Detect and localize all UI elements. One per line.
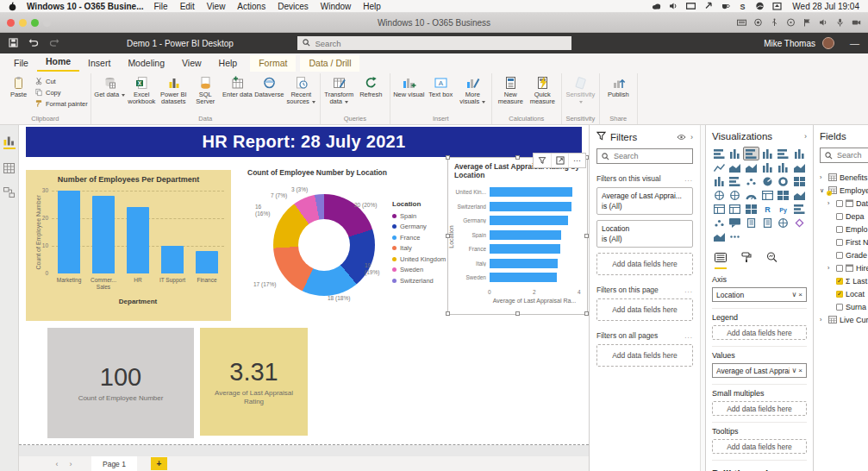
dataverse-button[interactable]: Dataverse (253, 73, 285, 114)
field-item-employees[interactable]: ∨✓Employees (820, 184, 868, 197)
close-window-button[interactable] (7, 19, 15, 27)
new-visual-button[interactable]: New visual (393, 73, 425, 114)
report-canvas[interactable]: HR Report: 28 July 2021 ··· Number of Em… (19, 125, 589, 471)
eye-icon[interactable] (677, 132, 686, 142)
ribbon-tab-file[interactable]: File (5, 55, 37, 72)
teacup-icon[interactable] (721, 2, 730, 10)
bar-chart-appraisal-selected[interactable]: Average of Last Appraisal Rating by Loca… (447, 157, 588, 315)
field-checkbox[interactable] (836, 200, 843, 207)
field-item-first-n[interactable]: First N (820, 236, 868, 248)
chevron-down-icon[interactable]: ∨ (791, 291, 796, 298)
report-page[interactable]: HR Report: 28 July 2021 ··· Number of Em… (19, 125, 589, 445)
bar-hr[interactable] (127, 207, 149, 273)
q-and-a-visual-icon[interactable] (728, 217, 743, 229)
selection-handle[interactable] (446, 311, 450, 316)
bar-germany[interactable] (490, 216, 568, 225)
new-page-button[interactable]: + (151, 457, 167, 470)
legend-item-france[interactable]: France (392, 232, 446, 243)
mac-menu-view[interactable]: View (207, 2, 226, 11)
field-item-last-a[interactable]: ✓ΣLast A (820, 274, 868, 287)
remove-field-icon[interactable]: × (798, 291, 802, 298)
tab-analytics[interactable] (766, 250, 777, 269)
filter-card-average-of-last-apprai-[interactable]: Average of Last Apprai...is (All) (596, 187, 693, 215)
donut-chart-icon[interactable] (777, 175, 791, 187)
field-checkbox[interactable]: ✓ (836, 278, 843, 285)
add-data-fields-dropzone[interactable]: Add data fields here (712, 401, 807, 416)
kpi-visual-icon[interactable] (792, 189, 807, 201)
field-item-locat[interactable]: ✓Locat (820, 287, 868, 300)
card-employee-count[interactable]: 100 Count of Employee Number (47, 328, 194, 438)
expander-icon[interactable]: › (827, 265, 834, 271)
cloud-icon[interactable] (652, 2, 661, 10)
fields-search-input[interactable] (837, 151, 868, 160)
legend-item-italy[interactable]: Italy (392, 243, 446, 254)
tab-format[interactable] (741, 250, 752, 269)
waterfall-chart-icon[interactable] (712, 175, 727, 187)
refresh-button[interactable]: Refresh (355, 73, 387, 114)
browser-icon[interactable] (755, 2, 765, 10)
field-checkbox[interactable] (836, 213, 843, 220)
bar-sweden[interactable] (490, 273, 557, 282)
tab-fields[interactable] (715, 250, 727, 269)
enter-data-button[interactable]: Enter data (222, 73, 253, 114)
treemap-icon[interactable] (792, 175, 807, 187)
metrics-visual-icon[interactable] (792, 217, 807, 229)
ribbon-tab-format[interactable]: Format (250, 55, 296, 72)
card-avg-appraisal[interactable]: 3.31 Average of Last Appraisal Rating (200, 328, 308, 436)
data-view-icon[interactable] (3, 163, 16, 173)
bar-france[interactable] (490, 244, 560, 254)
field-item-benefits[interactable]: ›Benefits (820, 171, 868, 184)
stacked-bar-chart-icon[interactable] (712, 148, 727, 160)
flag-icon[interactable] (802, 15, 812, 30)
collapse-panel-icon[interactable]: › (690, 133, 693, 141)
ribbon-tab-insert[interactable]: Insert (79, 55, 119, 72)
text-box-button[interactable]: AText box (425, 73, 457, 114)
camera-icon[interactable] (852, 15, 861, 30)
add-data-fields-dropzone[interactable]: Add data fields here (596, 253, 693, 275)
field-item-grade[interactable]: Grade (820, 248, 868, 261)
display-icon[interactable] (686, 2, 696, 10)
bar-finance[interactable] (196, 251, 218, 273)
bar-spain[interactable] (490, 230, 561, 240)
pbi-search-bar[interactable] (297, 36, 571, 50)
scatter-chart-icon[interactable] (744, 175, 759, 187)
shortcuts-icon[interactable]: S (738, 2, 747, 10)
more-options-icon[interactable]: ... (684, 175, 693, 183)
mac-menu-window[interactable]: Window (321, 2, 352, 11)
legend-item-switzerland[interactable]: Switzerland (392, 275, 446, 286)
field-checkbox[interactable] (836, 252, 843, 259)
mac-menu-devices[interactable]: Devices (278, 2, 309, 11)
field-pill-location[interactable]: Location∨× (712, 287, 807, 302)
more-options-icon[interactable]: ... (684, 332, 693, 340)
legend-item-germany[interactable]: Germany (392, 222, 446, 233)
bar-chart-departments[interactable]: Number of Employees Per DepartmentCount … (26, 170, 231, 321)
field-checkbox[interactable]: ✓ (836, 291, 843, 298)
r-script-visual-icon[interactable]: R (760, 203, 775, 215)
filters-search[interactable] (596, 148, 693, 164)
apple-logo-icon[interactable] (9, 2, 16, 11)
selection-handle[interactable] (584, 311, 589, 316)
next-page-icon[interactable]: › (64, 460, 78, 468)
keyboard-icon[interactable] (737, 15, 746, 30)
remove-field-icon[interactable]: × (798, 367, 802, 374)
window-capture-icon[interactable] (772, 2, 782, 10)
ribbon-chart-icon[interactable] (792, 161, 807, 173)
mac-menu-actions[interactable]: Actions (237, 2, 265, 11)
model-view-icon[interactable] (3, 187, 16, 198)
minimize-app-button[interactable]: — (850, 38, 859, 48)
redo-icon[interactable] (49, 38, 59, 48)
bar-it-support[interactable] (161, 246, 184, 273)
field-checkbox[interactable] (836, 304, 843, 311)
more-visuals-ellipsis-icon[interactable] (728, 230, 743, 242)
matrix-visual-icon[interactable] (744, 203, 759, 215)
slicer-icon[interactable] (712, 203, 727, 215)
report-banner[interactable]: HR Report: 28 July 2021 (26, 127, 582, 157)
cursor-icon[interactable] (703, 2, 713, 10)
quick-measure-button[interactable]: Quick measure (527, 73, 559, 114)
paginated-report-icon[interactable] (760, 217, 775, 229)
gauge-icon[interactable] (744, 189, 759, 201)
clustered-column-chart-icon[interactable] (760, 148, 775, 160)
100-stacked-bar-chart-icon[interactable] (777, 148, 791, 160)
bar-marketing[interactable] (58, 191, 80, 273)
chevron-down-icon[interactable]: ∨ (791, 367, 796, 374)
